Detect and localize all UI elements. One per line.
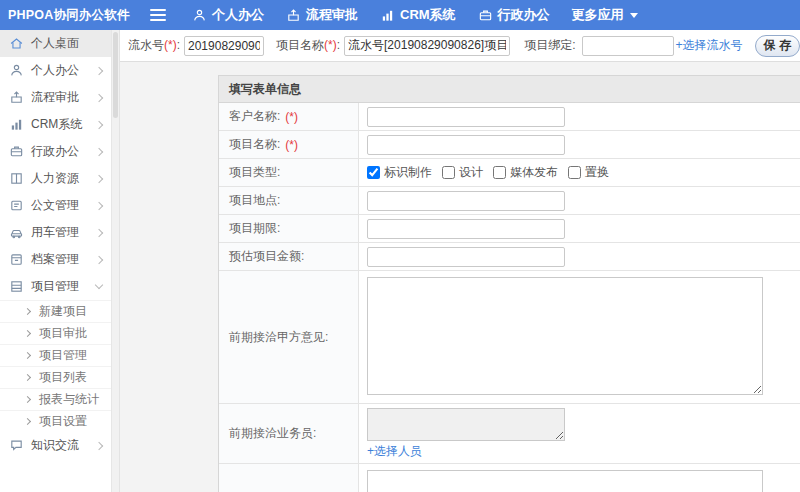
briefcase-icon — [9, 144, 24, 159]
field-value-cell — [359, 464, 800, 492]
main-area: 流水号(*): 项目名称(*): 项目绑定: +选择流水号 保 存 填写表单信息… — [120, 30, 800, 492]
chevron-right-icon — [95, 147, 103, 155]
checkbox-label: 标识制作 — [384, 164, 432, 181]
chevron-right-icon — [24, 374, 31, 381]
sidebar-item-label: 流程审批 — [31, 89, 79, 106]
sidebar-subitem-9-0[interactable]: 新建项目 — [0, 300, 111, 322]
sidebar-item-6[interactable]: 公文管理 — [0, 192, 111, 219]
car-icon — [9, 225, 24, 240]
section-title: 填写表单信息 — [219, 76, 800, 103]
field-value-cell — [359, 271, 800, 403]
select-person-link[interactable]: +选择人员 — [367, 443, 422, 460]
field-label: 项目地点: — [219, 187, 359, 214]
chevron-right-icon — [24, 308, 31, 315]
sidebar-subitem-9-5[interactable]: 项目设置 — [0, 410, 111, 432]
nav-item-label: 更多应用 — [572, 6, 624, 24]
select-serial-link[interactable]: +选择流水号 — [676, 37, 743, 54]
archive-icon — [9, 252, 24, 267]
sidebar-subitem-label: 项目列表 — [39, 369, 87, 386]
sidebar-item-label: 项目管理 — [31, 278, 79, 295]
doc-icon — [9, 198, 24, 213]
sidebar-subitem-9-2[interactable]: 项目管理 — [0, 344, 111, 366]
form-toolbar: 流水号(*): 项目名称(*): 项目绑定: +选择流水号 保 存 — [120, 30, 800, 62]
chart-icon — [380, 8, 395, 23]
nav-item-2[interactable]: CRM系统 — [380, 6, 456, 24]
project-name-input[interactable] — [344, 36, 510, 56]
checkbox-input[interactable] — [367, 166, 380, 179]
scrollbar-thumb[interactable] — [113, 32, 118, 118]
sidebar-item-10[interactable]: 知识交流 — [0, 432, 111, 459]
sidebar-item-1[interactable]: 个人办公 — [0, 57, 111, 84]
serial-input[interactable] — [184, 36, 264, 56]
field-input[interactable] — [367, 191, 565, 211]
sidebar-item-label: 知识交流 — [31, 437, 79, 454]
sidebar-item-7[interactable]: 用车管理 — [0, 219, 111, 246]
form-row-5: 预估项目金额: — [219, 243, 800, 271]
checkbox-input[interactable] — [442, 166, 455, 179]
chevron-down-icon — [95, 281, 103, 289]
field-value-cell — [359, 103, 800, 130]
briefcase-icon — [478, 8, 493, 23]
sidebar-subitem-9-3[interactable]: 项目列表 — [0, 366, 111, 388]
chevron-right-icon — [95, 441, 103, 449]
sidebar-item-4[interactable]: 行政办公 — [0, 138, 111, 165]
sidebar-subitem-9-4[interactable]: 报表与统计 — [0, 388, 111, 410]
nav-item-3[interactable]: 行政办公 — [478, 6, 550, 24]
field-value-cell — [359, 187, 800, 214]
sidebar-item-label: 个人办公 — [31, 62, 79, 79]
form-row-4: 项目期限: — [219, 215, 800, 243]
menu-icon[interactable] — [150, 9, 166, 21]
chevron-right-icon — [24, 330, 31, 337]
checkbox-input[interactable] — [493, 166, 506, 179]
field-textarea[interactable] — [367, 470, 763, 492]
form-row-2: 项目类型:标识制作设计媒体发布置换 — [219, 159, 800, 187]
field-input[interactable] — [367, 135, 565, 155]
field-textarea[interactable] — [367, 277, 763, 395]
nav-item-4[interactable]: 更多应用 — [572, 6, 638, 24]
field-value-cell — [359, 215, 800, 242]
sidebar: 个人桌面个人办公流程审批CRM系统行政办公人力资源公文管理用车管理档案管理项目管… — [0, 30, 112, 492]
field-label: 项目期限: — [219, 215, 359, 242]
home-icon — [9, 36, 24, 51]
checkbox-input[interactable] — [568, 166, 581, 179]
chevron-right-icon — [24, 418, 31, 425]
sidebar-item-8[interactable]: 档案管理 — [0, 246, 111, 273]
chevron-right-icon — [24, 352, 31, 359]
chevron-right-icon — [95, 120, 103, 128]
form-table: 填写表单信息 客户名称:(*)项目名称:(*)项目类型:标识制作设计媒体发布置换… — [218, 75, 800, 492]
form-row-8 — [219, 464, 800, 492]
checkbox-option-2[interactable]: 媒体发布 — [493, 164, 558, 181]
field-label: 项目名称:(*) — [219, 131, 359, 158]
chevron-right-icon — [95, 255, 103, 263]
save-button[interactable]: 保 存 — [755, 35, 800, 57]
project-icon — [9, 279, 24, 294]
checkbox-option-1[interactable]: 设计 — [442, 164, 483, 181]
sidebar-item-0[interactable]: 个人桌面 — [0, 30, 111, 57]
sidebar-scrollbar[interactable] — [112, 30, 120, 492]
sidebar-item-2[interactable]: 流程审批 — [0, 84, 111, 111]
field-label — [219, 464, 359, 492]
sidebar-item-label: 公文管理 — [31, 197, 79, 214]
required-mark: (*) — [164, 38, 177, 52]
project-bind-input[interactable] — [582, 36, 674, 56]
field-input[interactable] — [367, 107, 565, 127]
sidebar-item-5[interactable]: 人力资源 — [0, 165, 111, 192]
readonly-textarea[interactable] — [367, 408, 565, 441]
form-row-0: 客户名称:(*) — [219, 103, 800, 131]
chevron-right-icon — [24, 396, 31, 403]
field-input[interactable] — [367, 219, 565, 239]
top-nav: 个人办公流程审批CRM系统行政办公更多应用 — [192, 6, 660, 24]
sidebar-item-9[interactable]: 项目管理 — [0, 273, 111, 300]
sidebar-subitem-9-1[interactable]: 项目审批 — [0, 322, 111, 344]
sidebar-item-3[interactable]: CRM系统 — [0, 111, 111, 138]
sidebar-item-label: 个人桌面 — [31, 35, 79, 52]
checkbox-option-0[interactable]: 标识制作 — [367, 164, 432, 181]
nav-item-label: 行政办公 — [498, 6, 550, 24]
nav-item-label: 个人办公 — [212, 6, 264, 24]
chevron-right-icon — [95, 174, 103, 182]
nav-item-1[interactable]: 流程审批 — [286, 6, 358, 24]
nav-item-0[interactable]: 个人办公 — [192, 6, 264, 24]
sidebar-subitem-label: 新建项目 — [39, 303, 87, 320]
checkbox-option-3[interactable]: 置换 — [568, 164, 609, 181]
field-input[interactable] — [367, 247, 565, 267]
